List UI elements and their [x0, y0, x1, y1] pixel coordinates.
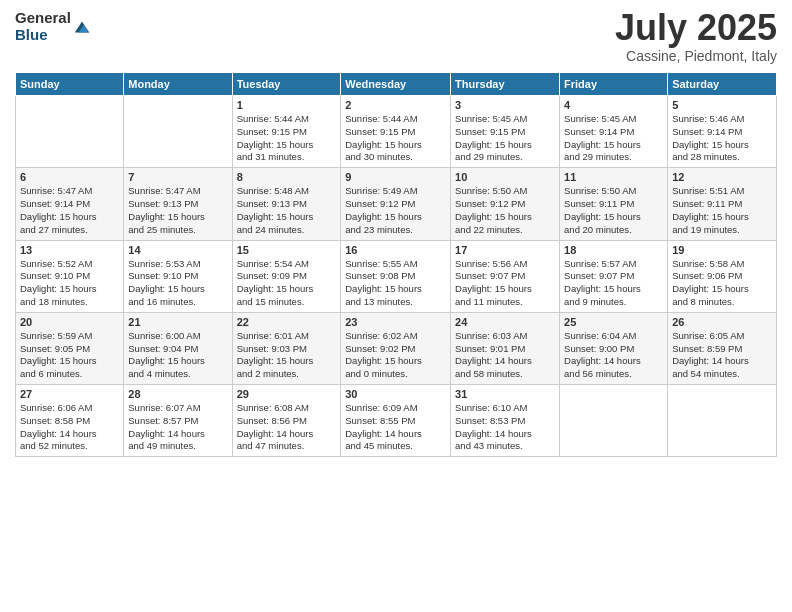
day-info: Sunrise: 5:45 AM Sunset: 9:15 PM Dayligh… [455, 113, 555, 164]
day-cell: 30Sunrise: 6:09 AM Sunset: 8:55 PM Dayli… [341, 385, 451, 457]
day-number: 1 [237, 99, 337, 111]
week-row-1: 1Sunrise: 5:44 AM Sunset: 9:15 PM Daylig… [16, 96, 777, 168]
header-tuesday: Tuesday [232, 73, 341, 96]
header-thursday: Thursday [451, 73, 560, 96]
day-info: Sunrise: 5:44 AM Sunset: 9:15 PM Dayligh… [237, 113, 337, 164]
day-number: 19 [672, 244, 772, 256]
calendar-table: Sunday Monday Tuesday Wednesday Thursday… [15, 72, 777, 457]
day-cell [16, 96, 124, 168]
day-number: 8 [237, 171, 337, 183]
day-cell: 14Sunrise: 5:53 AM Sunset: 9:10 PM Dayli… [124, 240, 232, 312]
day-number: 27 [20, 388, 119, 400]
day-info: Sunrise: 6:06 AM Sunset: 8:58 PM Dayligh… [20, 402, 119, 453]
day-number: 9 [345, 171, 446, 183]
week-row-5: 27Sunrise: 6:06 AM Sunset: 8:58 PM Dayli… [16, 385, 777, 457]
day-number: 6 [20, 171, 119, 183]
day-cell: 8Sunrise: 5:48 AM Sunset: 9:13 PM Daylig… [232, 168, 341, 240]
day-cell: 7Sunrise: 5:47 AM Sunset: 9:13 PM Daylig… [124, 168, 232, 240]
day-number: 30 [345, 388, 446, 400]
day-cell: 31Sunrise: 6:10 AM Sunset: 8:53 PM Dayli… [451, 385, 560, 457]
day-number: 14 [128, 244, 227, 256]
day-cell: 18Sunrise: 5:57 AM Sunset: 9:07 PM Dayli… [560, 240, 668, 312]
day-cell: 19Sunrise: 5:58 AM Sunset: 9:06 PM Dayli… [668, 240, 777, 312]
day-info: Sunrise: 5:51 AM Sunset: 9:11 PM Dayligh… [672, 185, 772, 236]
day-number: 17 [455, 244, 555, 256]
logo-text: General Blue [15, 10, 71, 43]
day-info: Sunrise: 6:00 AM Sunset: 9:04 PM Dayligh… [128, 330, 227, 381]
day-cell: 13Sunrise: 5:52 AM Sunset: 9:10 PM Dayli… [16, 240, 124, 312]
day-cell: 10Sunrise: 5:50 AM Sunset: 9:12 PM Dayli… [451, 168, 560, 240]
day-cell: 20Sunrise: 5:59 AM Sunset: 9:05 PM Dayli… [16, 312, 124, 384]
day-number: 20 [20, 316, 119, 328]
day-info: Sunrise: 6:07 AM Sunset: 8:57 PM Dayligh… [128, 402, 227, 453]
day-info: Sunrise: 5:44 AM Sunset: 9:15 PM Dayligh… [345, 113, 446, 164]
week-row-3: 13Sunrise: 5:52 AM Sunset: 9:10 PM Dayli… [16, 240, 777, 312]
day-info: Sunrise: 5:50 AM Sunset: 9:11 PM Dayligh… [564, 185, 663, 236]
week-row-4: 20Sunrise: 5:59 AM Sunset: 9:05 PM Dayli… [16, 312, 777, 384]
location-subtitle: Cassine, Piedmont, Italy [615, 48, 777, 64]
calendar-body: 1Sunrise: 5:44 AM Sunset: 9:15 PM Daylig… [16, 96, 777, 457]
day-cell: 1Sunrise: 5:44 AM Sunset: 9:15 PM Daylig… [232, 96, 341, 168]
day-info: Sunrise: 6:08 AM Sunset: 8:56 PM Dayligh… [237, 402, 337, 453]
day-cell: 9Sunrise: 5:49 AM Sunset: 9:12 PM Daylig… [341, 168, 451, 240]
day-number: 2 [345, 99, 446, 111]
day-number: 15 [237, 244, 337, 256]
logo-general: General [15, 10, 71, 27]
day-number: 10 [455, 171, 555, 183]
day-number: 11 [564, 171, 663, 183]
day-cell: 26Sunrise: 6:05 AM Sunset: 8:59 PM Dayli… [668, 312, 777, 384]
calendar-page: General Blue July 2025 Cassine, Piedmont… [0, 0, 792, 612]
day-number: 4 [564, 99, 663, 111]
day-cell: 21Sunrise: 6:00 AM Sunset: 9:04 PM Dayli… [124, 312, 232, 384]
day-number: 21 [128, 316, 227, 328]
day-number: 25 [564, 316, 663, 328]
day-info: Sunrise: 5:49 AM Sunset: 9:12 PM Dayligh… [345, 185, 446, 236]
month-title: July 2025 [615, 10, 777, 46]
day-cell: 25Sunrise: 6:04 AM Sunset: 9:00 PM Dayli… [560, 312, 668, 384]
header: General Blue July 2025 Cassine, Piedmont… [15, 10, 777, 64]
day-info: Sunrise: 5:50 AM Sunset: 9:12 PM Dayligh… [455, 185, 555, 236]
logo-icon [73, 18, 91, 36]
day-info: Sunrise: 5:46 AM Sunset: 9:14 PM Dayligh… [672, 113, 772, 164]
day-cell: 11Sunrise: 5:50 AM Sunset: 9:11 PM Dayli… [560, 168, 668, 240]
day-info: Sunrise: 5:45 AM Sunset: 9:14 PM Dayligh… [564, 113, 663, 164]
day-info: Sunrise: 6:01 AM Sunset: 9:03 PM Dayligh… [237, 330, 337, 381]
day-number: 26 [672, 316, 772, 328]
weekday-row: Sunday Monday Tuesday Wednesday Thursday… [16, 73, 777, 96]
day-info: Sunrise: 5:57 AM Sunset: 9:07 PM Dayligh… [564, 258, 663, 309]
day-cell [124, 96, 232, 168]
day-number: 12 [672, 171, 772, 183]
header-wednesday: Wednesday [341, 73, 451, 96]
day-info: Sunrise: 6:03 AM Sunset: 9:01 PM Dayligh… [455, 330, 555, 381]
calendar-header: Sunday Monday Tuesday Wednesday Thursday… [16, 73, 777, 96]
day-number: 23 [345, 316, 446, 328]
day-number: 16 [345, 244, 446, 256]
day-cell: 27Sunrise: 6:06 AM Sunset: 8:58 PM Dayli… [16, 385, 124, 457]
day-cell: 15Sunrise: 5:54 AM Sunset: 9:09 PM Dayli… [232, 240, 341, 312]
day-cell: 28Sunrise: 6:07 AM Sunset: 8:57 PM Dayli… [124, 385, 232, 457]
day-number: 13 [20, 244, 119, 256]
week-row-2: 6Sunrise: 5:47 AM Sunset: 9:14 PM Daylig… [16, 168, 777, 240]
day-cell: 3Sunrise: 5:45 AM Sunset: 9:15 PM Daylig… [451, 96, 560, 168]
day-number: 5 [672, 99, 772, 111]
day-info: Sunrise: 5:47 AM Sunset: 9:13 PM Dayligh… [128, 185, 227, 236]
day-info: Sunrise: 5:55 AM Sunset: 9:08 PM Dayligh… [345, 258, 446, 309]
header-monday: Monday [124, 73, 232, 96]
day-cell: 22Sunrise: 6:01 AM Sunset: 9:03 PM Dayli… [232, 312, 341, 384]
day-cell: 12Sunrise: 5:51 AM Sunset: 9:11 PM Dayli… [668, 168, 777, 240]
day-number: 31 [455, 388, 555, 400]
logo-blue: Blue [15, 27, 71, 44]
day-number: 24 [455, 316, 555, 328]
day-cell: 2Sunrise: 5:44 AM Sunset: 9:15 PM Daylig… [341, 96, 451, 168]
title-block: July 2025 Cassine, Piedmont, Italy [615, 10, 777, 64]
header-sunday: Sunday [16, 73, 124, 96]
day-info: Sunrise: 6:10 AM Sunset: 8:53 PM Dayligh… [455, 402, 555, 453]
day-info: Sunrise: 5:53 AM Sunset: 9:10 PM Dayligh… [128, 258, 227, 309]
day-cell [560, 385, 668, 457]
day-info: Sunrise: 6:05 AM Sunset: 8:59 PM Dayligh… [672, 330, 772, 381]
day-cell: 5Sunrise: 5:46 AM Sunset: 9:14 PM Daylig… [668, 96, 777, 168]
day-info: Sunrise: 6:02 AM Sunset: 9:02 PM Dayligh… [345, 330, 446, 381]
day-cell: 17Sunrise: 5:56 AM Sunset: 9:07 PM Dayli… [451, 240, 560, 312]
day-info: Sunrise: 6:04 AM Sunset: 9:00 PM Dayligh… [564, 330, 663, 381]
day-cell [668, 385, 777, 457]
